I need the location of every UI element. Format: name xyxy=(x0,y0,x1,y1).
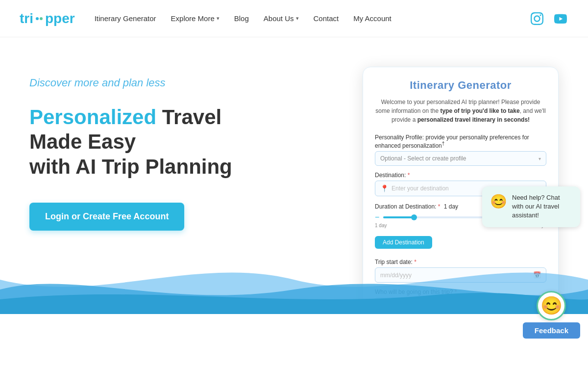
cta-login-button[interactable]: Login or Create Free Account xyxy=(29,203,184,231)
nav-my-account[interactable]: My Account xyxy=(353,14,392,23)
hero-title-line2: with AI Trip Planning xyxy=(29,155,232,178)
feedback-button[interactable]: Feedback xyxy=(523,322,580,339)
youtube-icon[interactable] xyxy=(553,11,568,26)
bottom-heading: Unlock the World with tripper xyxy=(192,344,396,361)
nav-contact[interactable]: Contact xyxy=(314,14,339,23)
wave-section xyxy=(0,245,588,314)
instagram-icon[interactable] xyxy=(529,11,545,26)
navbar-right xyxy=(529,11,568,26)
about-chevron-icon: ▾ xyxy=(296,15,299,22)
slider-thumb[interactable] xyxy=(411,214,417,220)
personality-chevron-icon: ▾ xyxy=(539,156,541,161)
personality-placeholder: Optional - Select or create profile xyxy=(380,155,466,162)
feedback-smiley-icon: 😊 xyxy=(540,295,563,316)
chat-bubble[interactable]: 😊 Need help? Chat with our AI travel ass… xyxy=(482,186,580,227)
feedback-widget: 😊 Feedback xyxy=(523,291,580,339)
bottom-heading-text: Unlock the World with tripper xyxy=(192,344,396,361)
chat-text: Need help? Chat with our AI travel assis… xyxy=(512,193,572,220)
hero-section: Discover more and plan less Personalized… xyxy=(0,37,588,314)
destination-placeholder: 📍 Enter your destination xyxy=(380,184,449,192)
hero-title: Personalized Travel Made Easy with AI Tr… xyxy=(29,105,265,179)
nav-explore-more[interactable]: Explore More ▾ xyxy=(171,14,220,23)
logo-text: tri xyxy=(20,11,33,26)
logo-dot-2 xyxy=(40,17,43,20)
navbar-left: tri pper Itinerary Generator Explore Mor… xyxy=(20,11,392,26)
personality-label: Personality Profile: provide your person… xyxy=(375,134,546,149)
card-title: Itinerary Generator xyxy=(375,79,546,92)
location-icon: 📍 xyxy=(380,184,389,192)
logo-dot-1 xyxy=(36,17,39,20)
hero-title-colored-1: Personalized xyxy=(29,105,162,129)
personality-select[interactable]: Optional - Select or create profile ▾ xyxy=(375,151,546,166)
nav-links: Itinerary Generator Explore More ▾ Blog … xyxy=(95,14,392,23)
slider-fill xyxy=(383,216,414,218)
chat-smiley-icon: 😊 xyxy=(490,193,507,210)
explore-chevron-icon: ▾ xyxy=(217,15,220,22)
feedback-smiley-container: 😊 xyxy=(537,291,566,320)
card-subtitle: Welcome to your personalized AI trip pla… xyxy=(375,98,546,124)
min-days-label: 1 day xyxy=(375,223,387,228)
navbar: tri pper Itinerary Generator Explore Mor… xyxy=(0,0,588,37)
nav-itinerary-generator[interactable]: Itinerary Generator xyxy=(95,14,156,23)
logo-text-2: pper xyxy=(45,11,75,26)
logo[interactable]: tri pper xyxy=(20,11,75,26)
nav-about-us[interactable]: About Us ▾ xyxy=(264,14,299,23)
nav-blog[interactable]: Blog xyxy=(234,14,249,23)
destination-label: Destination: * xyxy=(375,172,546,179)
slider-minus-button[interactable]: − xyxy=(375,213,379,222)
hero-left: Discover more and plan less Personalized… xyxy=(29,67,265,231)
hero-subtitle: Discover more and plan less xyxy=(29,77,265,89)
